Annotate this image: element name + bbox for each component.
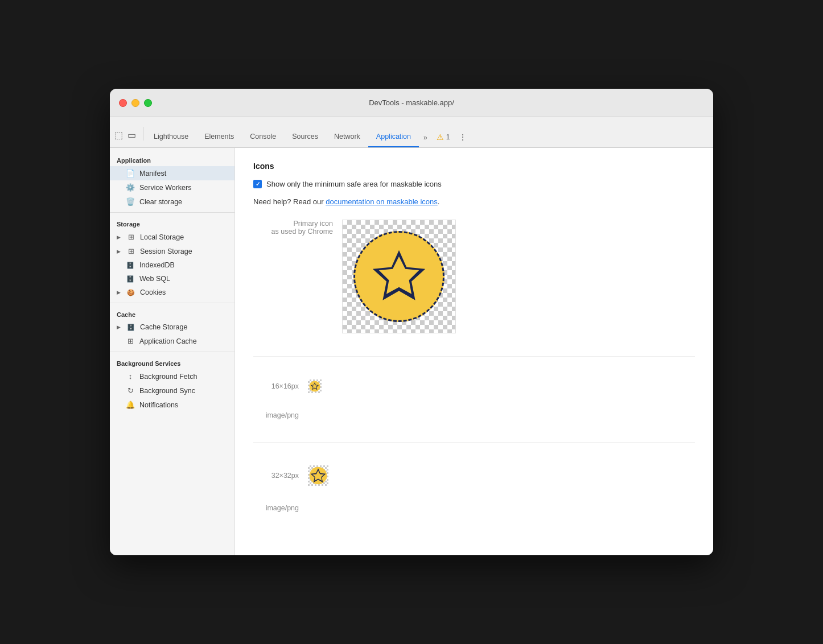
sidebar-item-clear-storage[interactable]: 🗑️ Clear storage bbox=[110, 195, 234, 209]
sidebar-item-web-sql[interactable]: 🗄️ Web SQL bbox=[110, 272, 234, 286]
divider-content-1 bbox=[253, 356, 695, 357]
sidebar: Application 📄 Manifest ⚙️ Service Worker… bbox=[110, 148, 235, 555]
sidebar-section-application: Application bbox=[110, 152, 234, 166]
icon-16-entry: 16×16px bbox=[253, 379, 695, 393]
icon-16-label: 16×16px bbox=[253, 382, 299, 390]
tab-sources[interactable]: Sources bbox=[284, 128, 326, 147]
icon-32-preview bbox=[308, 465, 328, 486]
device-icon[interactable]: ▭ bbox=[127, 130, 136, 141]
sidebar-item-background-sync[interactable]: ↻ Background Sync bbox=[110, 383, 234, 398]
sidebar-item-notifications[interactable]: 🔔 Notifications bbox=[110, 398, 234, 412]
titlebar: DevTools - maskable.app/ bbox=[110, 89, 713, 117]
primary-icon-preview bbox=[342, 220, 456, 333]
sidebar-section-cache: Cache bbox=[110, 307, 234, 320]
tab-application[interactable]: Application bbox=[368, 128, 419, 147]
help-text-prefix: Need help? Read our bbox=[253, 197, 326, 206]
toolbar-icons: ⬚ ▭ bbox=[114, 130, 141, 147]
sidebar-item-web-sql-label: Web SQL bbox=[139, 275, 170, 283]
primary-icon-label-1: Primary icon bbox=[253, 220, 333, 228]
sidebar-item-application-cache[interactable]: ⊞ Application Cache bbox=[110, 334, 234, 348]
web-sql-icon: 🗄️ bbox=[126, 275, 135, 283]
sidebar-item-session-storage-label: Session Storage bbox=[140, 247, 192, 255]
expand-arrow-cookies: ▶ bbox=[117, 290, 121, 295]
divider-3 bbox=[110, 352, 234, 352]
tab-overflow[interactable]: » bbox=[419, 129, 432, 147]
sidebar-item-notifications-label: Notifications bbox=[139, 401, 178, 409]
divider-content-2 bbox=[253, 442, 695, 443]
icon-16-type: image/png bbox=[253, 411, 299, 419]
icon-32-entry: 32×32px bbox=[253, 465, 695, 486]
primary-icon-labels: Primary icon as used by Chrome bbox=[253, 220, 333, 236]
session-storage-icon: ⊞ bbox=[126, 247, 135, 255]
expand-arrow-session: ▶ bbox=[117, 249, 121, 254]
help-text: Need help? Read our documentation on mas… bbox=[253, 197, 695, 206]
window-title: DevTools - maskable.app/ bbox=[369, 98, 454, 107]
maskable-checkbox[interactable] bbox=[253, 180, 262, 188]
icon-32-svg bbox=[309, 467, 327, 485]
sidebar-section-background: Background Services bbox=[110, 356, 234, 369]
expand-arrow-local: ▶ bbox=[117, 234, 121, 240]
content-panel: Icons Show only the minimum safe area fo… bbox=[235, 148, 713, 555]
traffic-lights bbox=[119, 99, 152, 107]
app-cache-icon: ⊞ bbox=[126, 337, 135, 345]
icons-section-title: Icons bbox=[253, 162, 695, 171]
sidebar-item-indexed-db-label: IndexedDB bbox=[139, 261, 175, 269]
sidebar-item-service-workers-label: Service Workers bbox=[139, 184, 191, 192]
close-button[interactable] bbox=[119, 99, 127, 107]
icon-32-type-row: image/png bbox=[253, 504, 695, 512]
icon-32-type: image/png bbox=[253, 504, 299, 512]
sidebar-item-service-workers[interactable]: ⚙️ Service Workers bbox=[110, 180, 234, 195]
tab-network[interactable]: Network bbox=[326, 128, 368, 147]
sidebar-item-background-fetch[interactable]: ↕ Background Fetch bbox=[110, 369, 234, 383]
sidebar-item-manifest[interactable]: 📄 Manifest bbox=[110, 166, 234, 180]
maximize-button[interactable] bbox=[144, 99, 152, 107]
tabbar: ⬚ ▭ Lighthouse Elements Console Sources … bbox=[110, 117, 713, 148]
maskable-checkbox-row: Show only the minimum safe area for mask… bbox=[253, 180, 695, 188]
divider-1 bbox=[110, 212, 234, 213]
icon-16-type-row: image/png bbox=[253, 411, 695, 419]
icon-preview-section: Primary icon as used by Chrome bbox=[253, 220, 695, 512]
sidebar-item-manifest-label: Manifest bbox=[139, 170, 166, 177]
sidebar-item-cache-storage[interactable]: ▶ 🗄️ Cache Storage bbox=[110, 320, 234, 334]
sidebar-item-background-fetch-label: Background Fetch bbox=[139, 373, 197, 381]
sidebar-item-app-cache-label: Application Cache bbox=[139, 337, 197, 345]
cookies-icon: 🍪 bbox=[126, 289, 135, 296]
more-menu-button[interactable]: ⋮ bbox=[454, 130, 471, 147]
background-fetch-icon: ↕ bbox=[126, 372, 135, 381]
sidebar-item-clear-storage-label: Clear storage bbox=[139, 198, 182, 206]
sidebar-item-session-storage[interactable]: ▶ ⊞ Session Storage bbox=[110, 244, 234, 258]
divider-2 bbox=[110, 303, 234, 303]
main-area: Application 📄 Manifest ⚙️ Service Worker… bbox=[110, 148, 713, 555]
indexed-db-icon: 🗄️ bbox=[126, 262, 135, 269]
tab-console[interactable]: Console bbox=[242, 128, 284, 147]
sidebar-item-cookies-label: Cookies bbox=[140, 288, 166, 296]
warning-icon: ⚠ bbox=[437, 133, 444, 142]
expand-arrow-cache: ▶ bbox=[117, 324, 121, 330]
background-sync-icon: ↻ bbox=[126, 386, 135, 395]
maskable-icon-circle bbox=[353, 231, 445, 322]
star-svg bbox=[368, 245, 430, 308]
sidebar-item-cookies[interactable]: ▶ 🍪 Cookies bbox=[110, 286, 234, 299]
local-storage-icon: ⊞ bbox=[126, 233, 135, 241]
warning-count: 1 bbox=[446, 133, 450, 141]
help-link[interactable]: documentation on maskable icons bbox=[326, 197, 438, 206]
help-text-suffix: . bbox=[438, 197, 440, 206]
tab-lighthouse[interactable]: Lighthouse bbox=[146, 128, 196, 147]
manifest-icon: 📄 bbox=[126, 169, 135, 177]
warning-badge: ⚠ 1 bbox=[432, 130, 455, 147]
primary-icon-label-2: as used by Chrome bbox=[253, 228, 333, 236]
cursor-icon[interactable]: ⬚ bbox=[114, 130, 123, 141]
maskable-checkbox-label: Show only the minimum safe area for mask… bbox=[266, 180, 442, 188]
icon-32-label: 32×32px bbox=[253, 472, 299, 480]
trash-icon: 🗑️ bbox=[126, 197, 135, 206]
notifications-icon: 🔔 bbox=[126, 401, 135, 409]
sidebar-item-indexed-db[interactable]: 🗄️ IndexedDB bbox=[110, 258, 234, 272]
minimize-button[interactable] bbox=[131, 99, 139, 107]
sidebar-item-cache-storage-label: Cache Storage bbox=[140, 323, 187, 331]
sidebar-item-background-sync-label: Background Sync bbox=[139, 387, 195, 395]
tab-elements[interactable]: Elements bbox=[196, 128, 242, 147]
gear-icon: ⚙️ bbox=[126, 183, 135, 192]
primary-icon-row: Primary icon as used by Chrome bbox=[253, 220, 695, 333]
sidebar-item-local-storage[interactable]: ▶ ⊞ Local Storage bbox=[110, 230, 234, 244]
icon-16-preview bbox=[308, 379, 322, 393]
